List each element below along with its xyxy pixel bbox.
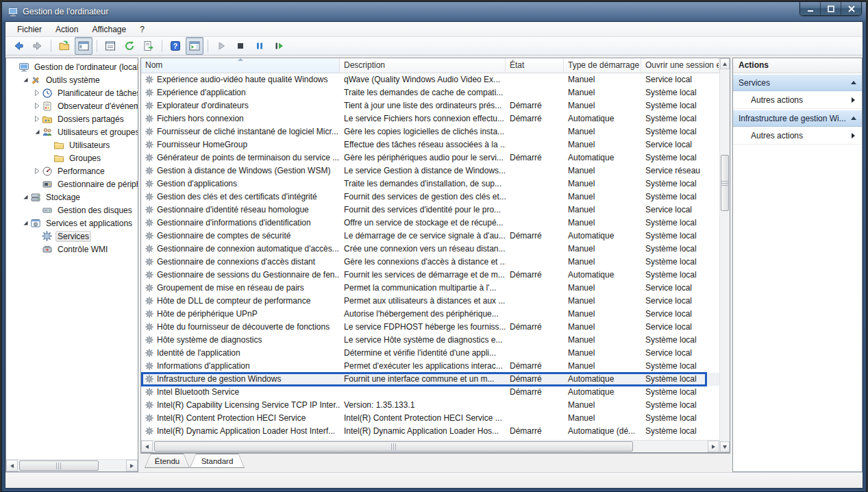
- expander-expanded-icon[interactable]: [21, 194, 30, 200]
- close-button[interactable]: [841, 2, 861, 15]
- scroll-left-arrow[interactable]: [141, 441, 153, 452]
- expander-expanded-icon[interactable]: [32, 129, 42, 135]
- service-row[interactable]: Fournisseur HomeGroupEffectue des tâches…: [141, 138, 719, 151]
- properties-button[interactable]: [101, 37, 119, 55]
- tab-tendu[interactable]: Étendu: [145, 454, 190, 468]
- service-row[interactable]: Gestionnaire de comptes de sécuritéLe dé…: [141, 230, 719, 243]
- list-horizontal-scrollbar[interactable]: [141, 440, 719, 452]
- tree-item-services[interactable]: Services: [6, 230, 138, 243]
- tree-item-groupes[interactable]: Groupes: [6, 151, 138, 164]
- service-row[interactable]: Gestion à distance de Windows (Gestion W…: [141, 164, 719, 177]
- show-action-pane-button[interactable]: [186, 37, 203, 55]
- service-row[interactable]: Infrastructure de gestion WindowsFournit…: [141, 373, 719, 386]
- tree-item-dossiers-partag-s[interactable]: Dossiers partagés: [6, 112, 138, 125]
- minimize-button[interactable]: [800, 2, 821, 15]
- service-row[interactable]: Intel(R) Content Protection HECI Service…: [141, 412, 719, 425]
- tree-item-performance[interactable]: Performance: [6, 164, 138, 177]
- service-row[interactable]: Fournisseur de cliché instantané de logi…: [141, 125, 719, 138]
- service-row[interactable]: Groupement de mise en réseau de pairsPer…: [141, 282, 719, 295]
- menu-action[interactable]: Action: [49, 23, 84, 36]
- tree-item-gestion-des-disques[interactable]: Gestion des disques: [6, 204, 138, 217]
- tree-hscroll-thumb[interactable]: [19, 460, 99, 471]
- tree-item-planificateur-de-t-ches[interactable]: Planificateur de tâches: [6, 86, 138, 99]
- list-hscroll-thumb[interactable]: [154, 441, 633, 452]
- list-hscroll-track[interactable]: [153, 441, 708, 452]
- service-row[interactable]: Gestionnaire de connexion automatique d'…: [141, 243, 719, 256]
- tree-horizontal-scrollbar[interactable]: [6, 459, 138, 471]
- service-row[interactable]: Hôte système de diagnosticsLe service Hô…: [141, 334, 719, 347]
- expander-expanded-icon[interactable]: [21, 77, 30, 83]
- service-row[interactable]: Générateur de points de terminaison du s…: [141, 151, 719, 164]
- scroll-down-arrow[interactable]: [720, 441, 730, 452]
- menu-affichage[interactable]: Affichage: [86, 23, 132, 36]
- list-vscroll-track[interactable]: [720, 69, 730, 441]
- list-vertical-scrollbar[interactable]: [719, 58, 730, 452]
- show-console-tree-button[interactable]: [75, 37, 92, 55]
- tree-item-outils-syst-me[interactable]: Outils système: [6, 73, 138, 86]
- expander-collapsed-icon[interactable]: [32, 90, 42, 96]
- action-item-autres-actions[interactable]: Autres actions: [733, 127, 862, 145]
- actions-section-infrastructure-de-gestion-wi[interactable]: Infrastructure de gestion Wi...: [733, 110, 862, 127]
- actions-section-services[interactable]: Services: [733, 75, 862, 91]
- service-row[interactable]: Intel(R) Capability Licensing Service TC…: [141, 399, 719, 412]
- tree-item-observateur-d-v-neme[interactable]: Observateur d'événeme: [6, 99, 138, 112]
- tab-standard[interactable]: Standard: [190, 454, 245, 468]
- expander-expanded-icon[interactable]: [21, 220, 30, 226]
- column-header-tat[interactable]: État: [506, 58, 564, 73]
- open-folder-button[interactable]: [55, 37, 73, 55]
- service-row[interactable]: Gestionnaire de connexions d'accès dista…: [141, 256, 719, 269]
- scroll-right-arrow[interactable]: [126, 460, 138, 471]
- tree-hscroll-track[interactable]: [18, 460, 126, 471]
- service-row[interactable]: Gestionnaire d'informations d'identifica…: [141, 217, 719, 230]
- expander-collapsed-icon[interactable]: [32, 103, 42, 109]
- service-row[interactable]: Expérience d'applicationTraite les deman…: [141, 86, 719, 99]
- list-vscroll-thumb[interactable]: [721, 155, 729, 211]
- service-row[interactable]: Hôte de périphérique UPnPAutorise l'hébe…: [141, 308, 719, 321]
- scroll-up-arrow[interactable]: [720, 58, 730, 69]
- restart-service-button[interactable]: [270, 37, 288, 55]
- column-header-type-de-d-marrage[interactable]: Type de démarrage: [564, 58, 641, 73]
- service-row[interactable]: Identité de l'applicationDétermine et vé…: [141, 347, 719, 360]
- back-button[interactable]: [10, 37, 27, 55]
- service-row[interactable]: Hôte du fournisseur de découverte de fon…: [141, 321, 719, 334]
- service-row[interactable]: Fichiers hors connexionLe service Fichie…: [141, 112, 719, 125]
- tree-item-contr-le-wmi[interactable]: Contrôle WMI: [6, 243, 138, 256]
- tree-item-gestion-de-l-ordinateur-local[interactable]: Gestion de l'ordinateur (local): [6, 60, 138, 73]
- column-header-description[interactable]: Description: [340, 58, 506, 73]
- service-name: Infrastructure de gestion Windows: [157, 374, 281, 384]
- service-row[interactable]: Explorateur d'ordinateursTient à jour un…: [141, 99, 719, 112]
- column-header-ouvrir-une-session-e[interactable]: Ouvrir une session e: [641, 58, 719, 73]
- scroll-right-arrow[interactable]: [708, 441, 719, 452]
- service-row[interactable]: Gestion des clés et des certificats d'in…: [141, 190, 719, 204]
- menu-aide[interactable]: ?: [134, 23, 151, 36]
- export-list-button[interactable]: [140, 37, 158, 55]
- service-name: Gestion d'applications: [157, 179, 237, 188]
- service-description: Le service Gestion à distance de Windows…: [340, 166, 506, 175]
- service-row[interactable]: Gestionnaire de sessions du Gestionnaire…: [141, 269, 719, 282]
- service-row[interactable]: Intel(R) Dynamic Application Loader Host…: [141, 425, 719, 438]
- service-row[interactable]: Intel(R) ...Intel(R) ...DémarréAutomatiq…: [141, 438, 719, 440]
- refresh-button[interactable]: [121, 37, 138, 55]
- service-row[interactable]: Hôte de DLL de compteur de performancePe…: [141, 295, 719, 308]
- help-button[interactable]: ?: [166, 37, 184, 55]
- service-row[interactable]: Gestionnaire d'identité réseau homologue…: [141, 204, 719, 217]
- expander-collapsed-icon[interactable]: [32, 116, 42, 122]
- action-item-autres-actions[interactable]: Autres actions: [733, 91, 862, 109]
- service-row[interactable]: Expérience audio-vidéo haute qualité Win…: [141, 73, 719, 86]
- titlebar[interactable]: Gestion de l'ordinateur: [5, 2, 863, 21]
- menu-fichier[interactable]: Fichier: [11, 23, 48, 36]
- tree-item-services-et-applications[interactable]: Services et applications: [6, 217, 138, 230]
- maximize-button[interactable]: [821, 2, 841, 15]
- expander-collapsed-icon[interactable]: [32, 168, 42, 174]
- scroll-left-arrow[interactable]: [6, 460, 18, 471]
- service-row[interactable]: Gestion d'applicationsTraite les demande…: [141, 177, 719, 190]
- tree-item-stockage[interactable]: Stockage: [6, 190, 138, 204]
- tree-item-utilisateurs[interactable]: Utilisateurs: [6, 138, 138, 151]
- pause-service-button[interactable]: [251, 37, 269, 55]
- column-header-nom[interactable]: Nom: [141, 58, 340, 73]
- service-row[interactable]: Informations d'applicationPermet d'exécu…: [141, 360, 719, 373]
- stop-service-button[interactable]: [232, 37, 249, 55]
- tree-item-gestionnaire-de-p-riph[interactable]: Gestionnaire de périphé: [6, 177, 138, 190]
- tree-item-utilisateurs-et-groupes-l[interactable]: Utilisateurs et groupes l: [6, 125, 138, 138]
- service-row[interactable]: Intel Bluetooth ServiceDémarréAutomatiqu…: [141, 386, 719, 399]
